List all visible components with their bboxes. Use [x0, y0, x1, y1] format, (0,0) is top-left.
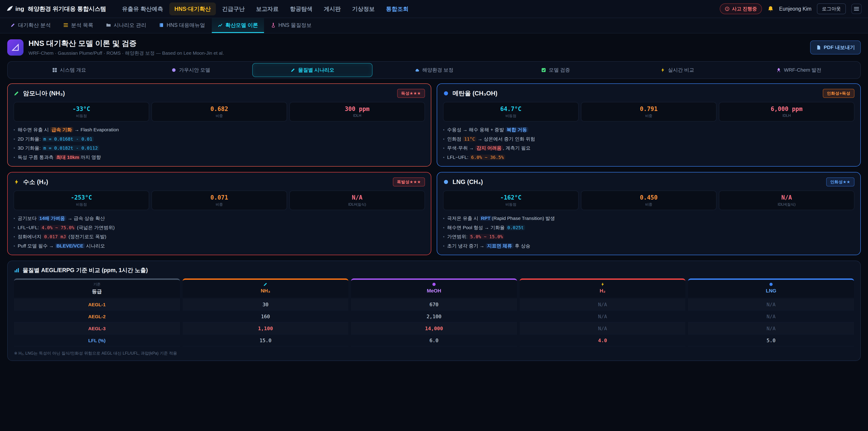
- bullet-marker-icon: •: [13, 225, 15, 231]
- bullet-text: 독성 구름 통과측 최대 10km까지 영향: [18, 154, 101, 161]
- table-cell: 1,100: [183, 322, 348, 335]
- wing-logo-icon: [6, 5, 13, 12]
- view-tab-realtime-comparison[interactable]: 실시간 비교: [617, 63, 737, 77]
- bullet-marker-icon: •: [443, 127, 444, 133]
- subnav-item-label: HNS 대응매뉴얼: [166, 22, 205, 29]
- nav-item-integrated-search[interactable]: 통합조회: [381, 2, 414, 16]
- table-col-header-grade: 기준등급: [14, 278, 180, 298]
- app-title: 해양환경 위기대응 통합시스템: [28, 5, 106, 13]
- stat-sg: 0.791비중: [581, 102, 717, 122]
- stat-bp: -253°C비등점: [13, 190, 149, 210]
- rocket-icon: [776, 68, 781, 72]
- lightning-icon: [660, 68, 665, 72]
- stats-row: -33°C비등점0.682비중300 ppmIDLH: [13, 102, 425, 122]
- substance-card-meoh: 메탄올 (CH₃OH)인화성+독성64.7°C비등점0.791비중6,000 p…: [437, 83, 861, 166]
- view-tab-wrf-chem-evolution[interactable]: WRF-Chem 발전: [739, 63, 859, 77]
- subnav-item-scenario-management[interactable]: 시나리오 관리: [100, 18, 152, 33]
- bar-chart-icon: [14, 268, 20, 273]
- bullet-list: •수용성 → 해수 용해 + 증발 복합 거동•인화점 11°C → 상온에서 …: [443, 126, 855, 161]
- nav-item-report-data[interactable]: 보고자료: [251, 2, 284, 16]
- stat-sg: 0.682비중: [151, 102, 287, 122]
- subnav-item-hns-response-manual[interactable]: HNS 대응매뉴얼: [153, 18, 211, 33]
- stat-value: 64.7°C: [445, 105, 577, 112]
- view-tab-label: 시스템 개요: [60, 67, 86, 73]
- incident-label: 사고 진행중: [732, 6, 757, 12]
- subnav-item-label: 대기확산 분석: [18, 22, 51, 29]
- bullet-item: •해수면 Pool 형성 → 기화율 0.025t: [443, 224, 855, 231]
- view-tab-marine-correction[interactable]: 해양환경 보정: [374, 63, 494, 77]
- cell-value: N/A: [598, 302, 607, 307]
- table-cell: N/A: [520, 299, 686, 311]
- app-logo[interactable]: ing 해양환경 위기대응 통합시스템: [6, 5, 106, 13]
- substance-card-nh3: 암모니아 (NH₃)독성★★★-33°C비등점0.682비중300 ppmIDL…: [7, 83, 431, 166]
- page-title: HNS 대기확산 모델 이론 및 검증: [29, 38, 224, 49]
- card-header-nh3: 암모니아 (NH₃)독성★★★: [13, 89, 425, 98]
- view-tab-label: 가우시안 모델: [179, 67, 210, 73]
- subnav-item-diffusion-model-theory[interactable]: 확산모델 이론: [212, 18, 264, 33]
- view-tab-label: WRF-Chem 발전: [784, 67, 822, 73]
- dot-icon: [443, 179, 449, 185]
- list-icon: [63, 23, 68, 28]
- nav-item-weather-info[interactable]: 기상정보: [347, 2, 380, 16]
- bullet-text: Puff 모델 필수 → BLEVE/VCE 시나리오: [18, 242, 105, 249]
- nav-item-aerial-search[interactable]: 항공탐색: [285, 2, 318, 16]
- lightning-icon: [600, 282, 605, 286]
- table-footnote: ※ H₂, LNG는 독성이 아닌 질식/인화성 위험으로 AEGL 대신 LF…: [14, 350, 854, 356]
- nav-item-emergency-rescue[interactable]: 긴급구난: [217, 2, 250, 16]
- stat-sg: 0.071비중: [151, 190, 287, 210]
- table-cell: N/A: [520, 311, 686, 322]
- bullet-item: •극저온 유출 시 RPT(Rapid Phase Transition) 발생: [443, 215, 855, 222]
- bullet-marker-icon: •: [443, 234, 444, 240]
- card-title: 수소 (H₂): [23, 178, 48, 186]
- subnav-item-analysis-list[interactable]: 분석 목록: [57, 18, 99, 33]
- view-tab-substance-scenarios[interactable]: 물질별 시나리오: [252, 63, 373, 77]
- book-icon: [159, 23, 164, 28]
- header-text: HNS 대기확산 모델 이론 및 검증 WRF-Chem · Gaussian …: [29, 38, 224, 56]
- cell-value: 30: [262, 302, 269, 307]
- subnav-item-hns-substance-info[interactable]: HNS 물질정보: [265, 18, 318, 33]
- cell-value: 670: [430, 302, 438, 307]
- grid-icon: [52, 68, 57, 72]
- top-navigation-bar: ing 해양환경 위기대응 통합시스템 유출유 확산예측HNS·대기확산긴급구난…: [0, 0, 868, 18]
- menu-icon[interactable]: [851, 4, 862, 14]
- bullet-list: •공기보다 14배 가벼움 → 급속 상승 확산•LFL~UFL: 4.0% ~…: [13, 215, 425, 249]
- bullet-item: •인화점 11°C → 상온에서 증기 인화 위험: [443, 135, 855, 143]
- row-label: AEGL-2: [14, 311, 180, 322]
- bullet-list: •해수면 유출 시 급속 기화 → Flash Evaporation•2D 기…: [13, 126, 425, 161]
- bullet-text: 가연범위: 5.0% ~ 15.0%: [447, 233, 504, 240]
- flask-icon: [271, 23, 276, 28]
- nav-item-oil-diffusion[interactable]: 유출유 확산예측: [117, 2, 168, 16]
- bullet-item: •수용성 → 해수 용해 + 증발 복합 거동: [443, 126, 855, 133]
- table-row: AEGL-31,10014,000N/AN/A: [14, 322, 854, 335]
- bullet-text: 해수면 유출 시 급속 기화 → Flash Evaporation: [18, 126, 119, 133]
- pdf-export-button[interactable]: PDF 내보내기: [810, 40, 861, 55]
- table-cell: 4.0: [520, 335, 686, 346]
- stat-value: N/A: [291, 194, 423, 201]
- dot-icon: [769, 282, 773, 286]
- table-col-header-lng: LNG: [688, 278, 854, 298]
- logout-button[interactable]: 로그아웃: [817, 3, 846, 14]
- bullet-marker-icon: •: [13, 127, 15, 133]
- bullet-item: •점화에너지 0.017 mJ (정전기로도 폭발): [13, 233, 425, 240]
- hazard-badge: 인화성+독성: [823, 89, 855, 98]
- nav-item-bulletin-board[interactable]: 게시판: [319, 2, 346, 16]
- bullet-text: 점화에너지 0.017 mJ (정전기로도 폭발): [18, 233, 106, 240]
- subnav-item-air-diffusion-analysis[interactable]: 대기확산 분석: [4, 18, 57, 33]
- table-cell: 2,100: [351, 311, 517, 322]
- stat-idlh: 6,000 ppmIDLH: [719, 102, 855, 122]
- table-row: LFL (%)15.06.04.05.0: [14, 335, 854, 346]
- nav-item-hns-air-diffusion[interactable]: HNS·대기확산: [169, 2, 216, 16]
- view-tab-bar: 시스템 개요가우시안 모델물질별 시나리오해양환경 보정모델 검증실시간 비교W…: [7, 61, 861, 79]
- cell-value: N/A: [598, 326, 607, 331]
- view-tab-model-validation[interactable]: 모델 검증: [495, 63, 616, 77]
- view-tab-system-overview[interactable]: 시스템 개요: [9, 63, 129, 77]
- stats-row: -162°C비등점0.450비중N/AIDLH(질식): [443, 190, 855, 210]
- notifications-bell-icon[interactable]: [767, 6, 774, 12]
- chart-line-icon: [218, 23, 223, 28]
- bullet-text: LFL~UFL: 4.0% ~ 75.0% (극넓은 가연범위): [18, 224, 115, 231]
- incident-status-badge[interactable]: 사고 진행중: [720, 3, 762, 14]
- col-sublabel: 기준: [93, 282, 101, 287]
- view-tab-gaussian-model[interactable]: 가우시안 모델: [131, 63, 251, 77]
- cell-value: N/A: [767, 302, 776, 307]
- bullet-text: 공기보다 14배 가벼움 → 급속 상승 확산: [18, 215, 105, 222]
